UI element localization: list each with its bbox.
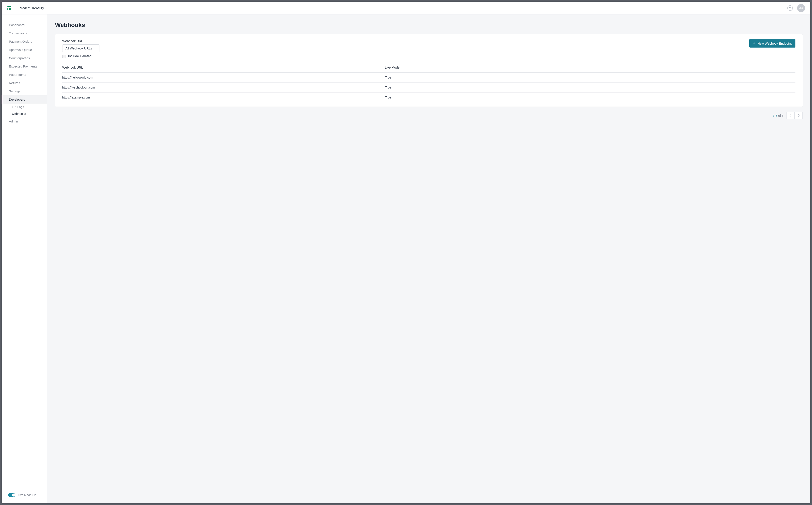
header-left: Modern Treasury — [7, 6, 44, 11]
svg-rect-1 — [7, 8, 8, 10]
sidebar: Dashboard Transactions Payment Orders Ap… — [2, 14, 47, 503]
page-count: 1-3 of 3 — [773, 114, 784, 117]
include-deleted-label: Include Deleted — [68, 54, 92, 58]
svg-rect-2 — [9, 8, 10, 10]
cell-url: https://hello-world.com — [62, 76, 385, 79]
sidebar-item-developers[interactable]: Developers — [2, 95, 47, 104]
sidebar-footer: Live Mode On — [2, 490, 47, 503]
prev-page-button[interactable] — [787, 112, 795, 119]
cell-live: True — [385, 76, 795, 79]
cell-url: https://webhook-url.com — [62, 86, 385, 89]
page-total: of 3 — [777, 114, 784, 117]
new-webhook-endpoint-label: New Webhook Endpoint — [758, 42, 792, 45]
pager — [787, 112, 803, 119]
card-top: Webhook URL All Webhook URLs Include Del… — [62, 39, 795, 58]
plus-icon: + — [753, 41, 756, 45]
sidebar-item-settings[interactable]: Settings — [2, 87, 47, 95]
page-title: Webhooks — [55, 22, 803, 28]
nav: Dashboard Transactions Payment Orders Ap… — [2, 21, 47, 490]
filter-label: Webhook URL — [62, 39, 99, 43]
brand-name: Modern Treasury — [20, 6, 44, 10]
header-right: ? JC — [787, 4, 805, 12]
sidebar-item-returns[interactable]: Returns — [2, 79, 47, 87]
sidebar-item-admin[interactable]: Admin — [2, 117, 47, 126]
main-content: Webhooks Webhook URL All Webhook URLs In… — [47, 14, 810, 503]
table-row[interactable]: https://example.com True — [62, 93, 795, 102]
body: Dashboard Transactions Payment Orders Ap… — [2, 14, 810, 503]
svg-rect-3 — [10, 8, 11, 10]
avatar[interactable]: JC — [797, 4, 805, 12]
sidebar-item-expected-payments[interactable]: Expected Payments — [2, 62, 47, 70]
header: Modern Treasury ? JC — [2, 2, 810, 14]
webhook-url-select[interactable]: All Webhook URLs — [62, 44, 99, 52]
sidebar-subitem-webhooks[interactable]: Webhooks — [2, 110, 47, 117]
webhooks-table: Webhook URL Live Mode https://hello-worl… — [62, 62, 795, 102]
table-header: Webhook URL Live Mode — [62, 62, 795, 72]
sidebar-item-paper-items[interactable]: Paper Items — [2, 70, 47, 79]
next-page-button[interactable] — [795, 112, 803, 119]
sidebar-item-counterparties[interactable]: Counterparties — [2, 54, 47, 62]
cell-url: https://example.com — [62, 96, 385, 99]
cell-live: True — [385, 86, 795, 89]
include-deleted-row: Include Deleted — [62, 54, 99, 58]
table-row[interactable]: https://hello-world.com True — [62, 72, 795, 82]
table-row[interactable]: https://webhook-url.com True — [62, 82, 795, 93]
page-range: 1-3 — [773, 114, 777, 117]
col-live-mode: Live Mode — [385, 65, 795, 69]
filter-block: Webhook URL All Webhook URLs Include Del… — [62, 39, 99, 58]
cell-live: True — [385, 96, 795, 99]
new-webhook-endpoint-button[interactable]: + New Webhook Endpoint — [749, 39, 795, 47]
help-icon[interactable]: ? — [787, 5, 793, 11]
live-mode-label: Live Mode On — [18, 493, 36, 497]
col-webhook-url: Webhook URL — [62, 65, 385, 69]
webhooks-card: Webhook URL All Webhook URLs Include Del… — [55, 34, 803, 107]
sidebar-item-dashboard[interactable]: Dashboard — [2, 21, 47, 29]
svg-rect-0 — [7, 6, 11, 7]
logo-icon[interactable] — [7, 6, 12, 11]
header-divider — [16, 6, 16, 10]
pagination: 1-3 of 3 — [55, 112, 803, 119]
app-frame: Modern Treasury ? JC Dashboard Transacti… — [2, 2, 810, 503]
live-mode-toggle[interactable] — [8, 493, 15, 497]
sidebar-subitem-api-logs[interactable]: API Logs — [2, 104, 47, 110]
chevron-left-icon — [790, 114, 791, 117]
chevron-right-icon — [798, 114, 800, 117]
sidebar-item-approval-queue[interactable]: Approval Queue — [2, 46, 47, 54]
sidebar-item-payment-orders[interactable]: Payment Orders — [2, 37, 47, 46]
include-deleted-checkbox[interactable] — [62, 55, 66, 58]
sidebar-item-transactions[interactable]: Transactions — [2, 29, 47, 37]
